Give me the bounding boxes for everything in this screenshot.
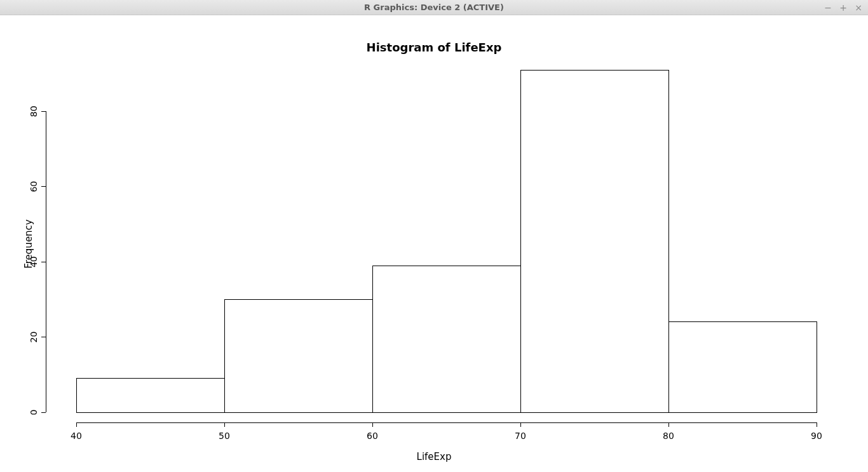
- x-axis-tick-label: 90: [811, 431, 822, 441]
- close-icon[interactable]: ×: [854, 0, 863, 15]
- window-titlebar: R Graphics: Device 2 (ACTIVE) − + ×: [0, 0, 868, 15]
- y-axis-tick-label: 0: [29, 410, 39, 415]
- window-buttons: − + ×: [824, 0, 863, 15]
- minimize-icon[interactable]: −: [824, 0, 832, 15]
- x-axis-tick-label: 80: [663, 431, 674, 441]
- histogram-bar: [668, 322, 817, 412]
- y-axis-tick-label: 80: [29, 105, 39, 117]
- histogram-bar: [372, 266, 520, 412]
- histogram-chart: 405060708090020406080: [0, 15, 868, 472]
- y-axis-tick-label: 40: [29, 256, 39, 267]
- histogram-bar: [76, 379, 224, 412]
- y-axis-tick-label: 60: [29, 181, 39, 192]
- x-axis-tick-label: 60: [367, 431, 378, 441]
- window-title: R Graphics: Device 2 (ACTIVE): [0, 0, 868, 15]
- plot-area: Histogram of LifeExp LifeExp Frequency 4…: [0, 15, 868, 472]
- histogram-bar: [520, 70, 668, 412]
- maximize-icon[interactable]: +: [839, 0, 848, 15]
- x-axis-tick-label: 70: [515, 431, 526, 441]
- y-axis-tick-label: 20: [29, 332, 39, 343]
- histogram-bar: [224, 299, 372, 412]
- x-axis-tick-label: 50: [219, 431, 230, 441]
- x-axis-tick-label: 40: [71, 431, 82, 441]
